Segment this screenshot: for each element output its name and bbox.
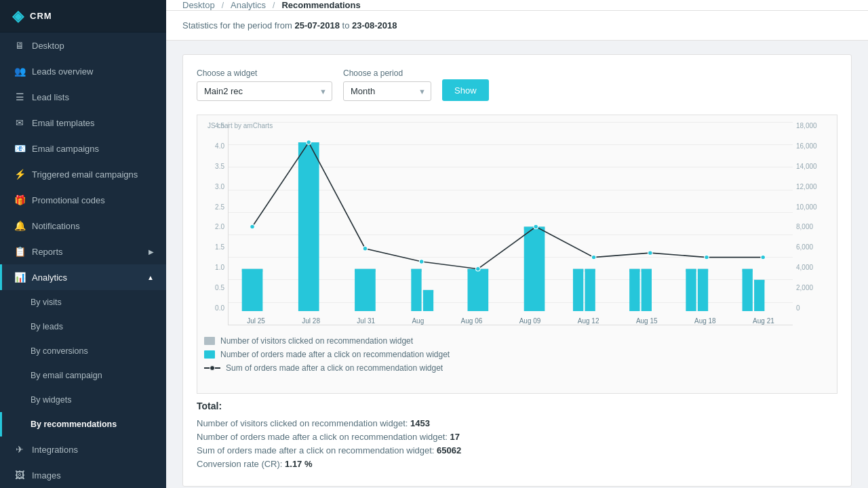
- totals-label-2: Sum of orders made after a click on reco…: [197, 445, 437, 455]
- legend-label-1: Number of orders made after a click on r…: [220, 350, 450, 359]
- y-axis-left: 4.5 4.0 3.5 3.0 2.5 2.0 1.5 1.0 0.5 0.0: [204, 122, 228, 325]
- analytics-left: 📊 Analytics: [14, 272, 67, 283]
- x-label-8: Aug 18: [694, 317, 716, 325]
- sidebar-subitem-by-widgets[interactable]: By widgets: [0, 388, 166, 412]
- x-label-2: Jul 31: [357, 317, 375, 325]
- sidebar-subitem-by-conversions[interactable]: By conversions: [0, 339, 166, 363]
- y-right-9: 0: [796, 304, 800, 312]
- y-left-2: 3.5: [215, 163, 224, 170]
- integrations-icon: ✈: [14, 444, 25, 455]
- dot-7: [648, 251, 653, 255]
- by-conversions-label: By conversions: [31, 346, 88, 356]
- bar-cyan-1: [298, 142, 319, 311]
- sidebar-item-label: Email campaigns: [32, 144, 99, 154]
- email-templates-icon: ✉: [14, 117, 25, 128]
- breadcrumb-sep-1: /: [222, 1, 224, 10]
- stats-from: 25-07-2018: [294, 20, 340, 30]
- bar-cyan-3: [411, 269, 421, 311]
- bar-cyan-2: [355, 269, 376, 311]
- bar-cyan-6: [573, 269, 583, 311]
- desktop-icon: 🖥: [14, 40, 25, 51]
- dot-4: [476, 267, 481, 271]
- chart-inner: 4.5 4.0 3.5 3.0 2.5 2.0 1.5 1.0 0.5 0.0: [204, 122, 830, 325]
- totals-row-1: Number of orders made after a click on r…: [197, 432, 837, 442]
- by-recommendations-label: By recommendations: [31, 420, 117, 429]
- bar-cyan-7: [629, 269, 639, 311]
- bar-cyan-4: [468, 269, 489, 311]
- sidebar-item-desktop[interactable]: 🖥 Desktop: [0, 33, 166, 58]
- sidebar-item-email-campaigns[interactable]: 📧 Email campaigns: [0, 136, 166, 161]
- totals-row-3: Conversion rate (CR): 1.17 %: [197, 459, 837, 469]
- y-right-7: 4,000: [796, 264, 813, 271]
- stats-connector: to: [340, 20, 352, 30]
- stats-text: Statistics for the period from: [182, 20, 294, 30]
- y-right-6: 6,000: [796, 243, 813, 251]
- totals-value-3: 1.17 %: [285, 459, 312, 469]
- dot-3: [419, 260, 424, 264]
- y-right-2: 14,000: [796, 163, 817, 170]
- legend-item-0: Number of visitors clicked on recommenda…: [204, 336, 830, 346]
- widget-label: Choose a widget: [197, 68, 332, 78]
- dot-0: [250, 224, 255, 228]
- sidebar-subitem-by-leads[interactable]: By leads: [0, 314, 166, 339]
- y-right-1: 16,000: [796, 142, 817, 150]
- lead-lists-icon: ☰: [14, 92, 25, 102]
- breadcrumb-desktop[interactable]: Desktop: [182, 0, 215, 10]
- sidebar-item-label: Leads overview: [32, 66, 93, 77]
- triggered-email-icon: ⚡: [14, 169, 25, 180]
- sidebar-subitem-by-email-campaign[interactable]: By email campaign: [0, 363, 166, 388]
- bar-cyan-9b: [754, 280, 764, 311]
- dot-2: [363, 246, 368, 250]
- sidebar-item-lead-lists[interactable]: ☰ Lead lists: [0, 84, 166, 110]
- sidebar-item-label: Lead lists: [32, 92, 69, 102]
- sidebar-item-integrations[interactable]: ✈ Integrations: [0, 436, 166, 462]
- period-select[interactable]: DayWeekMonthYear: [343, 81, 431, 101]
- sidebar-subitem-by-recommendations[interactable]: By recommendations: [0, 412, 166, 436]
- totals-label-0: Number of visitors clicked on recommenda…: [197, 418, 410, 428]
- sidebar-item-label: Email templates: [32, 118, 94, 128]
- controls-row: Choose a widget Main2 rec ▼ Choose a per…: [197, 68, 837, 101]
- legend-item-2: Sum of orders made after a click on reco…: [204, 363, 830, 373]
- breadcrumb-analytics[interactable]: Analytics: [231, 0, 266, 10]
- widget-select[interactable]: Main2 rec: [197, 81, 332, 101]
- x-label-0: Jul 25: [247, 317, 265, 325]
- line-chart: [252, 142, 763, 269]
- totals-title: Total:: [197, 401, 837, 411]
- content-area: Choose a widget Main2 rec ▼ Choose a per…: [166, 41, 868, 488]
- sidebar-item-leads-overview[interactable]: 👥 Leads overview: [0, 58, 166, 84]
- y-left-0: 4.5: [215, 122, 224, 129]
- y-right-5: 8,000: [796, 223, 813, 230]
- sidebar-item-images[interactable]: 🖼 Images: [0, 462, 166, 488]
- sidebar-item-notifications[interactable]: 🔔 Notifications: [0, 213, 166, 239]
- promo-icon: 🎁: [14, 195, 25, 205]
- widget-control-group: Choose a widget Main2 rec ▼: [197, 68, 332, 101]
- sidebar-item-triggered-email[interactable]: ⚡ Triggered email campaigns: [0, 161, 166, 187]
- x-label-5: Aug 09: [519, 317, 541, 325]
- sidebar-subitem-by-visits[interactable]: By visits: [0, 290, 166, 314]
- sidebar-item-label: Analytics: [32, 272, 67, 283]
- y-left-3: 3.0: [215, 183, 224, 190]
- y-left-5: 2.0: [215, 223, 224, 230]
- totals-row-2: Sum of orders made after a click on reco…: [197, 445, 837, 455]
- y-left-7: 1.0: [215, 264, 224, 271]
- chart-svg: [229, 122, 793, 311]
- period-control-group: Choose a period DayWeekMonthYear ▼: [343, 68, 431, 101]
- sidebar-item-reports[interactable]: 📋 Reports ▶: [0, 239, 166, 264]
- y-left-9: 0.0: [215, 304, 224, 312]
- chart-legend: Number of visitors clicked on recommenda…: [204, 336, 830, 373]
- y-left-8: 0.5: [215, 284, 224, 291]
- totals-value-0: 1453: [410, 418, 430, 428]
- x-label-6: Aug 12: [578, 317, 599, 325]
- sidebar-item-analytics[interactable]: 📊 Analytics ▲: [0, 264, 166, 290]
- legend-line-dark: [204, 367, 220, 369]
- sidebar-item-promo-codes[interactable]: 🎁 Promotional codes: [0, 187, 166, 213]
- breadcrumb-recommendations: Recommendations: [281, 0, 360, 10]
- legend-box-gray: [204, 337, 215, 345]
- y-right-8: 2,000: [796, 284, 813, 291]
- show-button[interactable]: Show: [442, 79, 489, 101]
- sidebar-item-email-templates[interactable]: ✉ Email templates: [0, 110, 166, 136]
- totals-label-1: Number of orders made after a click on r…: [197, 432, 450, 442]
- dot-5: [534, 224, 538, 228]
- breadcrumb-sep-2: /: [273, 1, 275, 10]
- notifications-icon: 🔔: [14, 220, 25, 231]
